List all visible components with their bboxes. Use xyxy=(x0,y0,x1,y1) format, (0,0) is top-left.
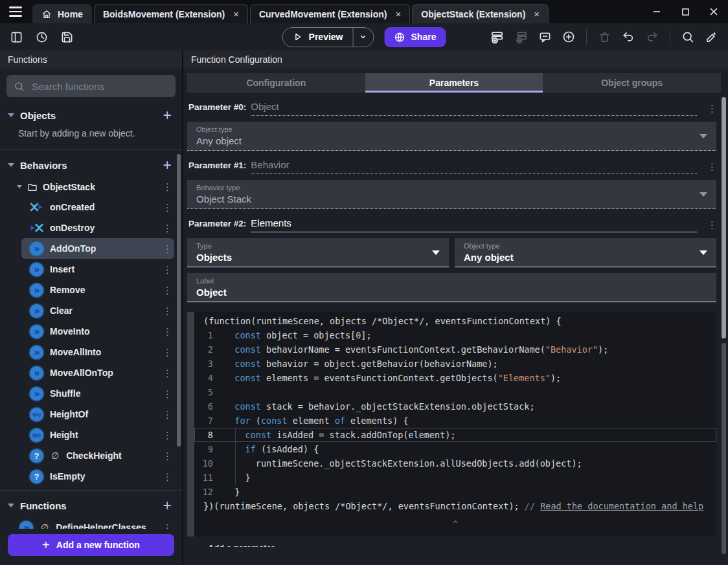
kebab-menu-icon[interactable]: ⋮ xyxy=(163,327,172,337)
list-item-clear[interactable]: »Clear⋮ xyxy=(0,300,182,321)
close-tab-icon[interactable]: × xyxy=(534,8,540,19)
tab-parameters[interactable]: Parameters xyxy=(365,73,543,93)
section-functions[interactable]: Functions + xyxy=(0,494,182,517)
window-tab-home[interactable]: Home xyxy=(32,4,92,23)
behavior-folder-objectstack[interactable]: ObjectStack ⋮ xyxy=(0,177,182,197)
window-tab-boidsmovement-extension-[interactable]: BoidsMovement (Extension)× xyxy=(94,4,248,23)
add-circle-icon[interactable] xyxy=(560,28,577,45)
function-name: Clear xyxy=(50,305,156,316)
titlebar: HomeBoidsMovement (Extension)×CurvedMove… xyxy=(0,0,728,23)
kebab-menu-icon[interactable]: ⋮ xyxy=(163,182,172,192)
list-item-height[interactable]: f(x)Height⋮ xyxy=(0,425,182,445)
code-footer-line: })(runtimeScene, objects /*Object*/, eve… xyxy=(194,499,716,513)
kebab-menu-icon[interactable]: ⋮ xyxy=(707,104,716,113)
line-number: 2 xyxy=(194,342,224,357)
kebab-menu-icon[interactable]: ⋮ xyxy=(163,430,172,440)
field-behavior-type[interactable]: Behavior typeObject Stack xyxy=(187,180,716,209)
kebab-menu-icon[interactable]: ⋮ xyxy=(163,265,172,274)
chevron-down-icon xyxy=(17,185,22,188)
kebab-menu-icon[interactable]: ⋮ xyxy=(707,162,716,172)
field-label[interactable]: LabelObject xyxy=(187,273,716,302)
kebab-menu-icon[interactable]: ⋮ xyxy=(163,306,172,316)
add-event-icon[interactable] xyxy=(488,28,505,45)
undo-icon[interactable] xyxy=(620,28,637,45)
parameter-label: Parameter #1: xyxy=(187,161,246,170)
code-header-line: (function(runtimeScene, objects /*Object… xyxy=(194,314,716,328)
list-item-isempty[interactable]: ?IsEmpty⋮ xyxy=(0,466,182,487)
parameter-name-field[interactable]: Behavior xyxy=(251,159,697,174)
code-resize-caret[interactable]: ^ xyxy=(194,517,716,531)
tab-configuration[interactable]: Configuration xyxy=(187,73,365,93)
tab-object-groups[interactable]: Object groups xyxy=(543,73,721,93)
field-object-type[interactable]: Object typeAny object xyxy=(187,122,716,151)
minimize-button[interactable] xyxy=(643,0,671,23)
add-behavior-button[interactable]: + xyxy=(163,158,172,173)
list-item-checkheight[interactable]: ?∅CheckHeight⋮ xyxy=(0,445,182,466)
list-item-moveallinto[interactable]: »MoveAllInto⋮ xyxy=(0,342,182,362)
section-objects[interactable]: Objects + xyxy=(0,104,182,127)
code-editor-grip[interactable] xyxy=(187,312,194,537)
list-item-definehelperclasses[interactable]: »∅DefineHelperClasses⋮ xyxy=(0,517,182,529)
window-tab-objectstack-extension-[interactable]: ObjectStack (Extension)× xyxy=(412,4,549,23)
code-line-8[interactable]: 8 const isAdded = stack.addOnTop(element… xyxy=(194,428,716,442)
function-configuration-panel: Function Configuration ConfigurationPara… xyxy=(183,50,728,565)
ai-pen-icon[interactable] xyxy=(703,28,720,45)
search-input[interactable] xyxy=(30,80,168,93)
add-object-button[interactable]: + xyxy=(163,108,172,123)
kebab-menu-icon[interactable]: ⋮ xyxy=(163,285,172,295)
add-comment-icon[interactable] xyxy=(536,28,553,45)
search-icon[interactable] xyxy=(679,28,696,45)
kebab-menu-icon[interactable]: ⋮ xyxy=(163,223,172,233)
kebab-menu-icon[interactable]: ⋮ xyxy=(163,451,172,461)
menu-icon[interactable] xyxy=(0,0,30,23)
toolbar-divider xyxy=(670,29,670,45)
list-item-ondestroy[interactable]: onDestroy⋮ xyxy=(0,217,182,238)
dropdown-arrow-icon xyxy=(432,250,440,255)
sidebar-scrollbar[interactable] xyxy=(177,154,181,447)
kebab-menu-icon[interactable]: ⋮ xyxy=(163,389,172,399)
action-function-icon: » xyxy=(30,325,43,338)
close-button[interactable] xyxy=(700,0,728,23)
list-item-remove[interactable]: »Remove⋮ xyxy=(0,280,182,300)
parameter-name-field[interactable]: Elements xyxy=(251,217,697,232)
kebab-menu-icon[interactable]: ⋮ xyxy=(707,220,716,230)
section-behaviors[interactable]: Behaviors + xyxy=(0,153,182,177)
section-behaviors-label: Behaviors xyxy=(20,160,163,171)
preview-button[interactable]: Preview xyxy=(283,28,353,47)
parameter-name-field[interactable]: Object xyxy=(251,101,697,116)
list-item-moveinto[interactable]: »MoveInto⋮ xyxy=(0,321,182,342)
share-button[interactable]: Share xyxy=(385,27,446,47)
code-scrollbar[interactable] xyxy=(722,343,726,554)
maximize-button[interactable] xyxy=(671,0,700,23)
kebab-menu-icon[interactable]: ⋮ xyxy=(163,244,172,254)
close-tab-icon[interactable]: × xyxy=(396,8,402,19)
tab-label: BoidsMovement (Extension) xyxy=(103,9,225,19)
code-editor[interactable]: (function(runtimeScene, objects /*Object… xyxy=(194,312,716,537)
kebab-menu-icon[interactable]: ⋮ xyxy=(163,472,172,482)
page-title: Function Configuration xyxy=(183,50,728,69)
parameters-scrollbar[interactable] xyxy=(722,97,726,338)
close-tab-icon[interactable]: × xyxy=(233,8,239,19)
history-icon[interactable] xyxy=(33,28,50,45)
list-item-moveallontop[interactable]: »MoveAllOnTop⋮ xyxy=(0,362,182,383)
list-item-insert[interactable]: »Insert⋮ xyxy=(0,259,182,280)
list-item-heightof[interactable]: f(x)HeightOf⋮ xyxy=(0,404,182,425)
preview-options-button[interactable] xyxy=(353,28,374,47)
kebab-menu-icon[interactable]: ⋮ xyxy=(163,368,172,378)
kebab-menu-icon[interactable]: ⋮ xyxy=(163,410,172,419)
window-tab-curvedmovement-extension-[interactable]: CurvedMovement (Extension)× xyxy=(250,4,410,23)
kebab-menu-icon[interactable]: ⋮ xyxy=(163,203,172,212)
add-parameter-button-cutoff[interactable]: Add a parameter xyxy=(208,543,728,547)
list-item-oncreated[interactable]: onCreated⋮ xyxy=(0,197,182,217)
save-icon[interactable] xyxy=(58,28,75,45)
list-item-addontop[interactable]: »AddOnTop⋮ xyxy=(21,238,174,259)
field-type[interactable]: TypeObjects xyxy=(187,238,449,267)
list-item-shuffle[interactable]: »Shuffle⋮ xyxy=(0,383,182,404)
add-function-plus-button[interactable]: + xyxy=(163,498,172,513)
kebab-menu-icon[interactable]: ⋮ xyxy=(163,523,172,529)
field-object-type[interactable]: Object typeAny object xyxy=(455,238,716,267)
editor-layout-icon[interactable] xyxy=(8,28,25,45)
search-icon xyxy=(14,81,25,92)
add-new-function-button[interactable]: + Add a new function xyxy=(8,534,174,556)
kebab-menu-icon[interactable]: ⋮ xyxy=(163,348,172,357)
